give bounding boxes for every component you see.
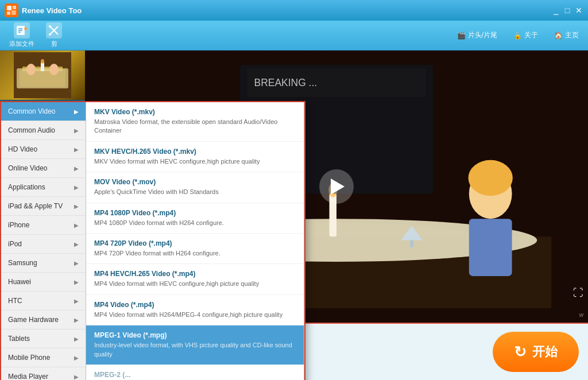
format-mpeg1[interactable]: MPEG-1 Video (*.mpg) Industry-level vide… <box>86 325 304 365</box>
huawei-label: Huawei <box>8 278 31 286</box>
arrow-icon-12: ▶ <box>74 317 79 323</box>
arrow-icon-8: ▶ <box>74 241 79 247</box>
format-dropdown: Common Video ▶ Common Audio ▶ HD Video ▶… <box>0 101 305 380</box>
add-file-label: 添加文件 <box>9 40 34 48</box>
format-mp4-hevc-name: MP4 HEVC/H.265 Video (*.mp4) <box>94 270 296 278</box>
common-video-label: Common Video <box>8 107 56 115</box>
arrow-icon-13: ▶ <box>74 336 79 342</box>
format-mov-desc: Apple's QuickTime Video with HD Standard… <box>94 188 296 196</box>
category-online-video[interactable]: Online Video ▶ <box>1 159 86 178</box>
samsung-label: Samsung <box>8 259 37 267</box>
format-mp4-720p[interactable]: MP4 720P Video (*.mp4) MP4 720P Video fo… <box>86 234 304 264</box>
svg-point-11 <box>49 33 51 36</box>
svg-rect-3 <box>11 10 16 15</box>
arrow-icon-7: ▶ <box>74 222 79 228</box>
fullscreen-button[interactable]: ⛶ <box>573 287 583 299</box>
strip-header-footer[interactable]: 🎬 片头/片尾 <box>452 28 502 42</box>
titlebar-left: Renee Video Too <box>5 3 82 17</box>
svg-point-33 <box>469 160 513 196</box>
play-button[interactable] <box>319 169 354 204</box>
format-mpeg2-name: MPEG-2 (... <box>94 371 296 379</box>
mobile-phone-label: Mobile Phone <box>8 354 50 362</box>
category-hd-video[interactable]: HD Video ▶ <box>1 140 86 159</box>
format-mkv-hevc-name: MKV HEVC/H.265 Video (*.mkv) <box>94 148 296 156</box>
start-button[interactable]: ↻ 开始 <box>493 332 579 372</box>
about-label: 关于 <box>524 30 538 40</box>
category-applications[interactable]: Applications ▶ <box>1 178 86 197</box>
arrow-icon-5: ▶ <box>74 184 79 191</box>
category-common-audio[interactable]: Common Audio ▶ <box>1 121 86 140</box>
format-mp4-1080p-desc: MP4 1080P Video format with H264 configu… <box>94 219 296 227</box>
format-mkv-hevc-desc: MKV Video format with HEVC configure,hig… <box>94 157 296 166</box>
minimize-button[interactable]: ⎯ <box>551 6 560 15</box>
formats-panel: MKV Video (*.mkv) Matroska Video format,… <box>86 102 304 380</box>
arrow-icon-14: ▶ <box>74 355 79 361</box>
category-huawei[interactable]: Huawei ▶ <box>1 273 86 292</box>
cut-button[interactable]: 剪 <box>41 20 67 51</box>
category-common-video[interactable]: Common Video ▶ <box>1 102 86 121</box>
svg-text:BREAKING ...: BREAKING ... <box>254 77 318 88</box>
hd-video-label: HD Video <box>8 145 37 153</box>
app-title: Renee Video Too <box>22 6 82 15</box>
titlebar: Renee Video Too ⎯ □ ✕ <box>0 0 588 21</box>
home-button[interactable]: 🏠 主页 <box>550 28 583 42</box>
arrow-icon-11: ▶ <box>74 298 79 304</box>
format-mkv-hevc[interactable]: MKV HEVC/H.265 Video (*.mkv) MKV Video f… <box>86 142 304 172</box>
arrow-icon-9: ▶ <box>74 260 79 266</box>
category-iphone[interactable]: iPhone ▶ <box>1 216 86 235</box>
applications-label: Applications <box>8 183 45 191</box>
category-samsung[interactable]: Samsung ▶ <box>1 254 86 273</box>
format-mov-name: MOV Video (*.mov) <box>94 178 296 186</box>
close-button[interactable]: ✕ <box>574 6 583 15</box>
tablets-label: Tablets <box>8 335 30 343</box>
category-ipod[interactable]: iPod ▶ <box>1 235 86 254</box>
refresh-icon: ↻ <box>514 343 527 361</box>
format-mp4-hevc-desc: MP4 Video format with HEVC configure,hig… <box>94 280 296 288</box>
format-mp4-1080p[interactable]: MP4 1080P Video (*.mp4) MP4 1080P Video … <box>86 203 304 234</box>
svg-rect-2 <box>7 11 10 15</box>
svg-rect-1 <box>13 6 16 9</box>
arrow-icon-4: ▶ <box>74 165 79 172</box>
ipod-label: iPod <box>8 240 22 248</box>
category-tablets[interactable]: Tablets ▶ <box>1 329 86 348</box>
category-game-hardware[interactable]: Game Hardware ▶ <box>1 311 86 329</box>
category-media-player[interactable]: Media Player ▶ <box>1 367 86 380</box>
format-mpeg1-desc: Industry-level video format, with VHS pi… <box>94 341 296 359</box>
ipad-label: iPad && Apple TV <box>8 202 63 210</box>
main-area: BREAKING ... ■ ⏮ 📷 📁 🔊 ⛶ w <box>0 51 588 323</box>
media-player-label: Media Player <box>8 373 48 380</box>
svg-point-17 <box>49 64 59 75</box>
strip-icon: 🎬 <box>457 32 466 40</box>
play-icon <box>331 179 345 195</box>
start-label: 开始 <box>532 343 558 360</box>
add-file-button[interactable]: 添加文件 <box>5 20 39 51</box>
format-mp4-desc: MP4 Video format with H264/MPEG-4 config… <box>94 311 296 319</box>
lock-icon: 🔒 <box>513 32 522 40</box>
add-file-icon <box>14 22 30 38</box>
about-button[interactable]: 🔒 关于 <box>509 28 543 42</box>
arrow-icon-2: ▶ <box>74 127 79 134</box>
format-mp4-hevc[interactable]: MP4 HEVC/H.265 Video (*.mp4) MP4 Video f… <box>86 264 304 294</box>
arrow-icon-10: ▶ <box>74 279 79 285</box>
strip-label: 片头/片尾 <box>468 30 497 40</box>
file-thumbnail-1[interactable] <box>0 51 85 101</box>
svg-rect-32 <box>469 219 512 276</box>
format-mp4[interactable]: MP4 Video (*.mp4) MP4 Video format with … <box>86 295 304 325</box>
category-ipad-apple-tv[interactable]: iPad && Apple TV ▶ <box>1 197 86 216</box>
category-mobile-phone[interactable]: Mobile Phone ▶ <box>1 348 86 367</box>
iphone-label: iPhone <box>8 221 29 229</box>
arrow-icon: ▶ <box>74 108 79 115</box>
online-video-label: Online Video <box>8 164 48 172</box>
format-mov[interactable]: MOV Video (*.mov) Apple's QuickTime Vide… <box>86 172 304 203</box>
format-mpeg1-name: MPEG-1 Video (*.mpg) <box>94 331 296 339</box>
thumb-placeholder-1 <box>0 51 85 100</box>
format-mkv[interactable]: MKV Video (*.mkv) Matroska Video format,… <box>86 102 304 142</box>
cut-icon <box>46 22 62 38</box>
maximize-button[interactable]: □ <box>563 6 572 15</box>
svg-point-10 <box>49 25 51 28</box>
category-htc[interactable]: HTC ▶ <box>1 292 86 311</box>
categories-panel: Common Video ▶ Common Audio ▶ HD Video ▶… <box>1 102 86 380</box>
format-mp4-720p-desc: MP4 720P Video format with H264 configur… <box>94 249 296 258</box>
format-mp4-1080p-name: MP4 1080P Video (*.mp4) <box>94 209 296 217</box>
format-mpeg2[interactable]: MPEG-2 (... <box>86 365 304 380</box>
